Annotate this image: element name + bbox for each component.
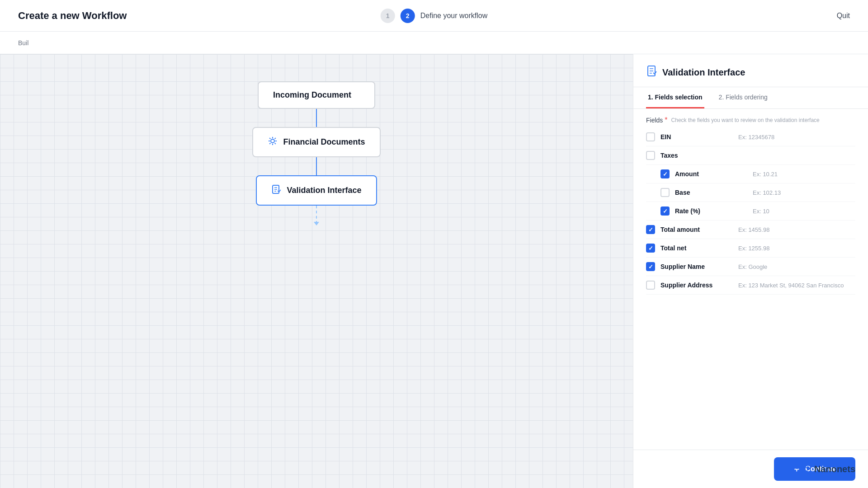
- field-name-base: Base: [675, 189, 747, 196]
- svg-line-7: [275, 138, 276, 139]
- financial-documents-icon: [268, 136, 278, 148]
- workflow-steps: 1 2 Define your workflow: [381, 9, 488, 23]
- checkbox-taxes[interactable]: [646, 151, 655, 160]
- fields-label: Fields * Check the fields you want to re…: [646, 116, 855, 124]
- field-example-supplier-name: Ex: Google: [738, 263, 855, 270]
- field-row-rate: Rate (%) Ex: 10: [646, 202, 855, 221]
- arrow-down: [314, 222, 319, 225]
- fields-section-header: Fields * Check the fields you want to re…: [633, 109, 868, 128]
- fields-required-asterisk: *: [665, 116, 667, 124]
- field-name-amount: Amount: [675, 170, 747, 178]
- connector-2: [316, 157, 317, 175]
- nanonets-logo-icon: [794, 460, 811, 479]
- field-row-taxes: Taxes: [646, 146, 855, 165]
- financial-documents-label: Financial Documents: [283, 137, 365, 147]
- field-row-supplier-name: Supplier Name Ex: Google: [646, 258, 855, 276]
- step-1-circle: 1: [381, 9, 395, 23]
- field-row-base: Base Ex: 102.13: [646, 183, 855, 202]
- svg-line-8: [270, 143, 271, 144]
- field-name-total-net: Total net: [660, 244, 733, 252]
- field-example-ein: Ex: 12345678: [738, 134, 855, 141]
- svg-line-5: [270, 138, 271, 139]
- field-row-supplier-address: Supplier Address Ex: 123 Market St, 9406…: [646, 276, 855, 295]
- validation-interface-label: Validation Interface: [287, 186, 361, 195]
- connector-1: [316, 109, 317, 127]
- checkbox-rate[interactable]: [660, 206, 670, 216]
- fields-list: EIN Ex: 12345678 Taxes Amount Ex: 10.21 …: [633, 128, 868, 450]
- field-example-total-net: Ex: 1255.98: [738, 245, 855, 252]
- field-example-base: Ex: 102.13: [753, 189, 855, 196]
- checkbox-ein[interactable]: [646, 132, 655, 141]
- right-panel: Validation Interface 1. Fields selection…: [633, 54, 868, 488]
- workflow-area: Incoming Document: [0, 54, 633, 488]
- field-name-taxes: Taxes: [660, 152, 733, 159]
- fields-hint: Check the fields you want to review on t…: [671, 117, 820, 123]
- tab-fields-ordering[interactable]: 2. Fields ordering: [717, 87, 769, 108]
- nanonets-label: Nanonets: [814, 464, 855, 474]
- field-row-total-net: Total net Ex: 1255.98: [646, 239, 855, 258]
- panel-header-icon: [646, 65, 658, 80]
- checkbox-amount[interactable]: [660, 169, 670, 178]
- field-name-rate: Rate (%): [675, 207, 747, 215]
- sub-header: Buil: [0, 32, 868, 54]
- checkbox-supplier-name[interactable]: [646, 262, 655, 271]
- header: Create a new Workflow 1 2 Define your wo…: [0, 0, 868, 32]
- workflow-node-financial-documents[interactable]: Financial Documents: [252, 127, 380, 157]
- field-name-supplier-name: Supplier Name: [660, 263, 733, 270]
- field-example-supplier-address: Ex: 123 Market St, 94062 San Francisco: [738, 282, 855, 289]
- workflow-node-incoming-document[interactable]: Incoming Document: [258, 81, 375, 109]
- step-2-circle: 2: [401, 9, 415, 23]
- nanonets-logo: Nanonets: [794, 460, 855, 479]
- tab-fields-selection[interactable]: 1. Fields selection: [646, 87, 704, 108]
- panel-title: Validation Interface: [662, 67, 745, 78]
- incoming-document-label: Incoming Document: [273, 90, 351, 100]
- svg-point-0: [271, 139, 274, 143]
- panel-header: Validation Interface: [633, 54, 868, 87]
- field-example-amount: Ex: 10.21: [753, 171, 855, 178]
- panel-tabs: 1. Fields selection 2. Fields ordering: [633, 87, 868, 109]
- workflow-nodes: Incoming Document: [252, 81, 380, 225]
- validation-interface-icon: [271, 184, 281, 197]
- sub-header-label: Buil: [18, 39, 28, 47]
- field-name-supplier-address: Supplier Address: [660, 282, 733, 289]
- page-title: Create a new Workflow: [18, 10, 127, 22]
- checkbox-total-amount[interactable]: [646, 225, 655, 234]
- field-example-total-amount: Ex: 1455.98: [738, 226, 855, 233]
- checkbox-base[interactable]: [660, 188, 670, 197]
- main-content: Incoming Document: [0, 54, 868, 488]
- checkbox-total-net[interactable]: [646, 244, 655, 253]
- quit-button[interactable]: Quit: [837, 12, 850, 20]
- field-row-total-amount: Total amount Ex: 1455.98: [646, 221, 855, 239]
- workflow-node-validation-interface[interactable]: Validation Interface: [256, 175, 377, 206]
- svg-line-6: [275, 143, 276, 144]
- field-example-rate: Ex: 10: [753, 208, 855, 215]
- field-name-total-amount: Total amount: [660, 226, 733, 233]
- step-label: Define your workflow: [420, 12, 488, 20]
- connector-dashed: [316, 206, 317, 224]
- field-name-ein: EIN: [660, 133, 733, 141]
- checkbox-supplier-address[interactable]: [646, 281, 655, 290]
- field-row-ein: EIN Ex: 12345678: [646, 128, 855, 146]
- field-row-amount: Amount Ex: 10.21: [646, 165, 855, 183]
